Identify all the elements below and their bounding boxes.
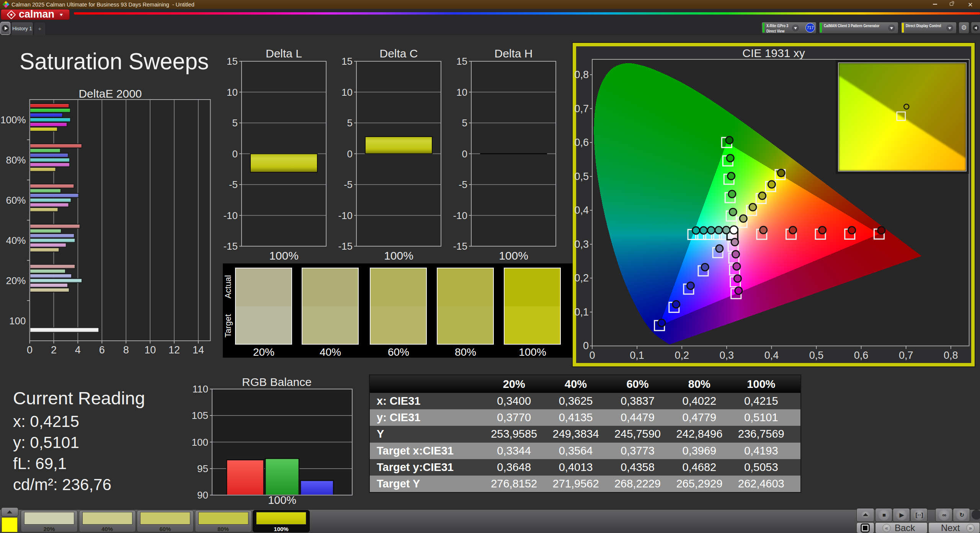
svg-text:12: 12 — [168, 344, 180, 356]
svg-text:Delta H: Delta H — [494, 47, 532, 60]
svg-text:0,3: 0,3 — [720, 350, 734, 361]
svg-text:0,8: 0,8 — [944, 350, 958, 361]
svg-text:95: 95 — [197, 463, 208, 474]
svg-text:0: 0 — [347, 148, 353, 160]
svg-text:15: 15 — [456, 56, 467, 67]
svg-text:-5: -5 — [229, 179, 238, 190]
svg-text:10: 10 — [227, 87, 238, 98]
svg-text:0,5: 0,5 — [574, 171, 589, 182]
svg-text:0,4: 0,4 — [764, 350, 779, 361]
svg-text:110: 110 — [193, 383, 208, 395]
svg-text:0,5: 0,5 — [809, 350, 824, 361]
svg-text:100%: 100% — [0, 114, 26, 126]
svg-text:0,7: 0,7 — [574, 103, 589, 114]
svg-text:10: 10 — [456, 87, 467, 98]
svg-text:6: 6 — [99, 344, 105, 356]
svg-text:100%: 100% — [499, 249, 528, 262]
svg-text:0,2: 0,2 — [574, 272, 589, 284]
svg-text:100%: 100% — [268, 494, 296, 506]
svg-text:2: 2 — [51, 344, 57, 356]
svg-text:10: 10 — [144, 344, 156, 356]
svg-text:-5: -5 — [344, 179, 353, 190]
svg-text:100: 100 — [9, 315, 26, 327]
svg-text:-10: -10 — [453, 210, 467, 221]
svg-text:90: 90 — [197, 489, 208, 501]
svg-text:0,2: 0,2 — [675, 350, 689, 361]
svg-text:0,6: 0,6 — [574, 137, 589, 148]
svg-text:-15: -15 — [453, 240, 467, 252]
svg-text:5: 5 — [232, 117, 238, 129]
svg-text:100%: 100% — [384, 249, 413, 262]
svg-text:Delta C: Delta C — [379, 47, 418, 60]
svg-text:20%: 20% — [6, 275, 26, 286]
svg-text:0: 0 — [232, 148, 238, 160]
svg-text:0,6: 0,6 — [854, 350, 869, 361]
svg-text:4: 4 — [75, 344, 81, 356]
svg-text:100: 100 — [192, 437, 208, 448]
svg-text:-10: -10 — [223, 210, 238, 221]
svg-text:-5: -5 — [459, 179, 467, 190]
svg-text:105: 105 — [192, 410, 208, 421]
svg-text:60%: 60% — [6, 195, 26, 206]
svg-text:-15: -15 — [338, 240, 353, 252]
svg-text:0,1: 0,1 — [630, 350, 644, 361]
svg-text:14: 14 — [193, 344, 204, 356]
svg-text:40%: 40% — [6, 235, 26, 246]
svg-text:0: 0 — [462, 148, 467, 160]
svg-text:0,3: 0,3 — [574, 239, 589, 250]
svg-text:0,7: 0,7 — [899, 350, 913, 361]
svg-text:0: 0 — [589, 350, 595, 361]
svg-text:100%: 100% — [269, 249, 299, 262]
svg-text:15: 15 — [341, 56, 353, 67]
svg-text:0,8: 0,8 — [574, 69, 589, 80]
svg-text:RGB Balance: RGB Balance — [242, 376, 312, 388]
svg-text:0,4: 0,4 — [574, 204, 589, 216]
svg-text:0: 0 — [583, 340, 589, 352]
svg-text:5: 5 — [462, 117, 467, 129]
svg-text:DeltaE 2000: DeltaE 2000 — [78, 87, 142, 100]
svg-text:5: 5 — [347, 117, 353, 129]
svg-text:-10: -10 — [338, 210, 353, 221]
svg-text:15: 15 — [227, 56, 238, 67]
svg-text:10: 10 — [341, 87, 353, 98]
svg-text:Delta L: Delta L — [266, 47, 302, 60]
svg-text:8: 8 — [123, 344, 129, 356]
svg-text:0,1: 0,1 — [574, 306, 589, 318]
svg-text:0: 0 — [27, 344, 33, 356]
svg-text:-15: -15 — [223, 240, 238, 252]
svg-text:80%: 80% — [6, 154, 26, 166]
